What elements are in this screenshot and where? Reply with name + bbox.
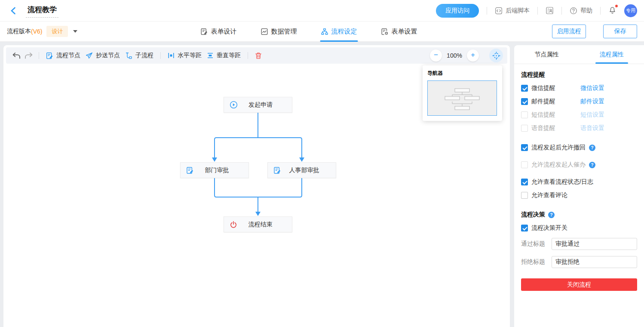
tab-node-properties[interactable]: 节点属性	[514, 45, 579, 64]
node-end[interactable]: 流程结束	[224, 216, 292, 232]
reject-title-row: 拒绝标题	[521, 256, 637, 268]
sms-reminder-checkbox[interactable]	[521, 111, 528, 118]
log-button[interactable]	[546, 6, 554, 15]
node-hr-approval[interactable]: 人事部审批	[267, 162, 336, 178]
wechat-settings-link[interactable]: 微信设置	[580, 84, 604, 92]
flow-toolbar: 流程节点 抄送节点 子流程	[6, 47, 507, 64]
zoom-out-button[interactable]: −	[430, 49, 442, 62]
wechat-reminder-checkbox[interactable]	[521, 85, 528, 92]
back-button[interactable]	[8, 5, 19, 16]
divider	[487, 7, 487, 15]
subflow-icon	[125, 52, 132, 59]
content-area: 流程节点 抄送节点 子流程	[0, 42, 644, 327]
horizontal-space-button[interactable]: 水平等距	[165, 52, 204, 59]
design-badge[interactable]: 设计	[46, 26, 68, 37]
divider	[160, 52, 161, 59]
node-start[interactable]: 发起申请	[224, 97, 292, 113]
option-label: 允许查看流程状态/日志	[531, 178, 593, 186]
approval-doc-icon	[273, 167, 281, 174]
navigator-title: 导航器	[427, 70, 497, 77]
allow-revoke-checkbox[interactable]	[521, 144, 528, 151]
tab-form-design[interactable]: 表单设计	[200, 22, 238, 42]
view-comments-checkbox[interactable]	[521, 192, 528, 199]
play-circle-icon	[230, 101, 238, 109]
flow-version: 流程版本 (V6)	[7, 28, 42, 35]
horizontal-space-label: 水平等距	[178, 52, 202, 59]
add-subflow-button[interactable]: 子流程	[123, 52, 156, 59]
flow-setting-icon	[321, 28, 328, 35]
avatar[interactable]: 专用	[624, 4, 637, 17]
code-icon	[495, 7, 503, 15]
revoke-help-icon[interactable]: ?	[589, 145, 595, 151]
pass-title-input[interactable]	[552, 238, 637, 250]
reminder-label: 邮件提醒	[531, 98, 555, 105]
flow-canvas[interactable]: 流程节点 抄送节点 子流程	[3, 45, 510, 327]
subflow-label: 子流程	[135, 52, 153, 59]
notifications-button[interactable]	[608, 6, 616, 16]
tab-label: 表单设置	[392, 28, 417, 36]
reminder-row-voice: 语音提醒 语音设置	[521, 124, 637, 132]
reject-title-input[interactable]	[552, 256, 637, 268]
tab-data-manage[interactable]: 数据管理	[260, 22, 298, 42]
tab-label: 流程设定	[331, 28, 357, 36]
divider	[561, 7, 562, 15]
allow-urge-checkbox[interactable]	[521, 161, 528, 168]
add-cc-node-button[interactable]: 抄送节点	[83, 52, 123, 59]
option-row-allow-urge: 允许流程发起人催办 ?	[521, 161, 637, 169]
urge-help-icon[interactable]: ?	[589, 162, 595, 168]
decision-switch-label: 流程决策开关	[531, 224, 567, 232]
decision-section-title: 流程决策 ?	[521, 211, 637, 219]
notification-dot	[615, 4, 618, 8]
option-label: 允许查看评论	[531, 191, 567, 199]
reminder-label: 微信提醒	[531, 84, 555, 92]
reject-title-label: 拒绝标题	[521, 258, 552, 266]
version-dropdown-caret-icon[interactable]	[73, 30, 77, 35]
decision-switch-checkbox[interactable]	[521, 225, 528, 231]
add-flow-node-button[interactable]: 流程节点	[43, 52, 83, 59]
vertical-space-label: 垂直等距	[217, 52, 241, 59]
cc-node-icon	[86, 52, 93, 59]
divider	[600, 7, 601, 15]
log-icon	[546, 6, 554, 15]
voice-settings-link[interactable]: 语音设置	[580, 124, 604, 132]
locate-button[interactable]	[489, 49, 503, 62]
reminder-label: 语音提醒	[531, 124, 555, 132]
minimap-preview	[428, 81, 497, 115]
minimap[interactable]	[427, 80, 497, 116]
option-label: 流程发起后允许撤回	[531, 144, 586, 151]
undo-icon	[12, 52, 21, 59]
app-access-button[interactable]: 应用访问	[436, 4, 479, 18]
reminder-label: 短信提醒	[531, 111, 555, 119]
divider	[248, 52, 248, 59]
pass-title-row: 通过标题	[521, 238, 637, 250]
save-button[interactable]: 保存	[603, 25, 637, 38]
node-dept-approval[interactable]: 部门审批	[180, 162, 249, 178]
back-chevron-icon	[10, 7, 17, 15]
email-reminder-checkbox[interactable]	[521, 98, 528, 105]
node-label: 发起申请	[238, 101, 292, 109]
email-settings-link[interactable]: 邮件设置	[580, 98, 604, 105]
enable-flow-button[interactable]: 启用流程	[552, 25, 586, 38]
pass-title-label: 通过标题	[521, 240, 552, 248]
view-status-checkbox[interactable]	[521, 179, 528, 185]
zoom-in-button[interactable]: +	[467, 49, 479, 62]
tab-flow-setting[interactable]: 流程设定	[320, 22, 358, 42]
undo-button[interactable]	[10, 49, 22, 62]
tab-form-settings[interactable]: 表单设置	[380, 22, 418, 42]
delete-button[interactable]	[252, 49, 264, 62]
close-flow-button[interactable]: 关闭流程	[521, 278, 637, 291]
backend-script-button[interactable]: 后端脚本	[495, 7, 530, 15]
data-manage-icon	[261, 28, 268, 35]
sms-settings-link[interactable]: 短信设置	[580, 111, 604, 119]
help-button[interactable]: 帮助	[570, 7, 592, 15]
form-settings-icon	[381, 28, 389, 35]
decision-help-icon[interactable]: ?	[548, 212, 555, 218]
top-bar: 流程教学 应用访问 后端脚本	[0, 0, 644, 22]
voice-reminder-checkbox[interactable]	[521, 125, 528, 132]
vertical-space-button[interactable]: 垂直等距	[204, 52, 243, 59]
tab-flow-properties[interactable]: 流程属性	[579, 45, 644, 64]
redo-button[interactable]	[22, 49, 34, 62]
version-label: 流程版本	[7, 28, 31, 35]
divider	[537, 7, 538, 15]
vertical-space-icon	[207, 52, 214, 59]
